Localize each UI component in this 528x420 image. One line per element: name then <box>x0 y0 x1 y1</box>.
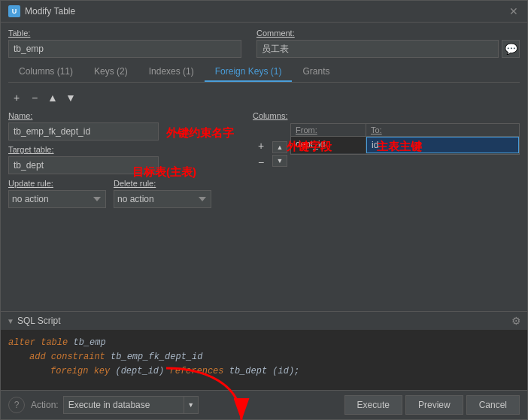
comment-edit-button[interactable]: 💬 <box>502 40 520 58</box>
col-down-button[interactable]: ▼ <box>272 155 287 167</box>
action-select-wrap: Execute in database Generate SQL script … <box>63 396 199 414</box>
sql-header[interactable]: ▼ SQL Script ⚙ <box>1 312 527 330</box>
move-down-button[interactable]: ▼ <box>62 90 79 105</box>
table-label: Table: <box>8 29 249 38</box>
help-button[interactable]: ? <box>8 397 25 413</box>
fk-left-panel: Name: 外键约束名字 Target table: 目标表(主表) <box>8 111 245 305</box>
title-bar-left: U Modify Table <box>8 5 75 17</box>
sql-header-left: ▼ SQL Script <box>7 316 60 326</box>
form-top-row: Table: Comment: 💬 <box>8 29 520 58</box>
delete-rule-select[interactable]: no action cascade set null restrict <box>114 190 211 208</box>
move-up-button[interactable]: ▲ <box>44 90 61 105</box>
action-label: Action: <box>31 400 59 410</box>
close-button[interactable]: ✕ <box>509 6 520 17</box>
sql-title: SQL Script <box>17 316 61 326</box>
tab-foreign-keys[interactable]: Foreign Keys (1) <box>205 62 293 82</box>
execute-button[interactable]: Execute <box>344 395 402 415</box>
fk-right-panel: Columns: + − ▲ ▼ <box>253 111 520 305</box>
columns-area: + − ▲ ▼ <box>253 123 520 170</box>
sql-line2: add constraint tb_emp_fk_dept_id <box>8 350 520 364</box>
delete-rule-label: Delete rule: <box>114 179 211 188</box>
tabs-bar: Columns (11) Keys (2) Indexes (1) Foreig… <box>8 62 520 83</box>
add-fk-button[interactable]: + <box>8 90 25 105</box>
fk-target-label: Target table: <box>8 145 245 154</box>
comment-label: Comment: <box>256 29 520 38</box>
remove-column-button[interactable]: − <box>253 155 269 170</box>
window-title: Modify Table <box>25 6 75 17</box>
fk-target-group: Target table: <box>8 145 245 174</box>
collapse-icon: ▼ <box>7 317 14 325</box>
columns-table: From: To: dept_id id <box>290 123 520 155</box>
tab-keys[interactable]: Keys (2) <box>83 62 138 82</box>
sql-line1: alter table tb_emp <box>8 336 520 350</box>
title-bar: U Modify Table ✕ <box>1 1 527 23</box>
tab-content-foreign-keys: + − ▲ ▼ Name: 外键约束名字 <box>8 87 520 305</box>
bottom-left: ? Action: Execute in database Generate S… <box>8 396 199 414</box>
columns-toolbar: + − <box>253 123 269 170</box>
tab-indexes[interactable]: Indexes (1) <box>138 62 205 82</box>
comment-input[interactable] <box>256 40 499 58</box>
columns-label: Columns: <box>253 111 520 120</box>
delete-rule-group: Delete rule: no action cascade set null … <box>114 179 211 208</box>
sql-body: alter table tb_emp add constraint tb_emp… <box>1 330 527 390</box>
tab-columns[interactable]: Columns (11) <box>8 62 83 82</box>
action-row: Action: Execute in database Generate SQL… <box>31 396 199 414</box>
sql-section: ▼ SQL Script ⚙ alter table tb_emp add co… <box>1 311 527 390</box>
bottom-bar: ? Action: Execute in database Generate S… <box>1 390 527 419</box>
sql-line3: foreign key (dept_id) references tb_dept… <box>8 364 520 379</box>
comment-field-group: Comment: 💬 <box>256 29 520 58</box>
comment-row: 💬 <box>256 40 520 58</box>
gear-icon[interactable]: ⚙ <box>511 315 521 327</box>
column-nav: ▲ ▼ <box>272 123 287 167</box>
columns-table-container: From: To: dept_id id 外键字段 <box>290 123 520 155</box>
fk-main-area: Name: 外键约束名字 Target table: 目标表(主表) <box>8 111 520 305</box>
buttons-row: Execute Preview Cancel <box>344 395 520 415</box>
fk-name-label: Name: <box>8 111 245 120</box>
content-area: Table: Comment: 💬 Columns (11) Keys (2) … <box>1 23 527 311</box>
fk-toolbar: + − ▲ ▼ <box>8 87 520 107</box>
update-rule-select[interactable]: no action cascade set null restrict <box>8 190 106 208</box>
tab-grants[interactable]: Grants <box>292 62 340 82</box>
table-row[interactable]: dept_id id <box>291 137 519 154</box>
update-rule-group: Update rule: no action cascade set null … <box>8 179 106 208</box>
table-field-group: Table: <box>8 29 249 58</box>
modify-table-window: U Modify Table ✕ Table: Comment: 💬 Colum… <box>0 0 528 420</box>
col-from-value: dept_id <box>291 137 366 153</box>
fk-target-input[interactable] <box>8 156 159 174</box>
col-to-header: To: <box>366 124 519 136</box>
app-icon: U <box>8 5 20 17</box>
col-up-button[interactable]: ▲ <box>272 141 287 153</box>
col-to-value[interactable]: id <box>366 137 519 153</box>
fk-name-group: Name: <box>8 111 245 141</box>
columns-header: From: To: <box>291 124 519 137</box>
remove-fk-button[interactable]: − <box>26 90 43 105</box>
action-dropdown-arrow[interactable]: ▼ <box>184 396 199 414</box>
rule-row: Update rule: no action cascade set null … <box>8 179 245 208</box>
action-select[interactable]: Execute in database Generate SQL script <box>63 396 184 414</box>
update-rule-label: Update rule: <box>8 179 106 188</box>
preview-button[interactable]: Preview <box>405 395 463 415</box>
add-column-button[interactable]: + <box>253 138 269 153</box>
cancel-button[interactable]: Cancel <box>466 395 520 415</box>
table-input[interactable] <box>8 40 241 58</box>
fk-columns-section: Columns: + − ▲ ▼ <box>253 111 520 170</box>
fk-name-input[interactable] <box>8 122 159 141</box>
col-from-header: From: <box>291 124 366 136</box>
